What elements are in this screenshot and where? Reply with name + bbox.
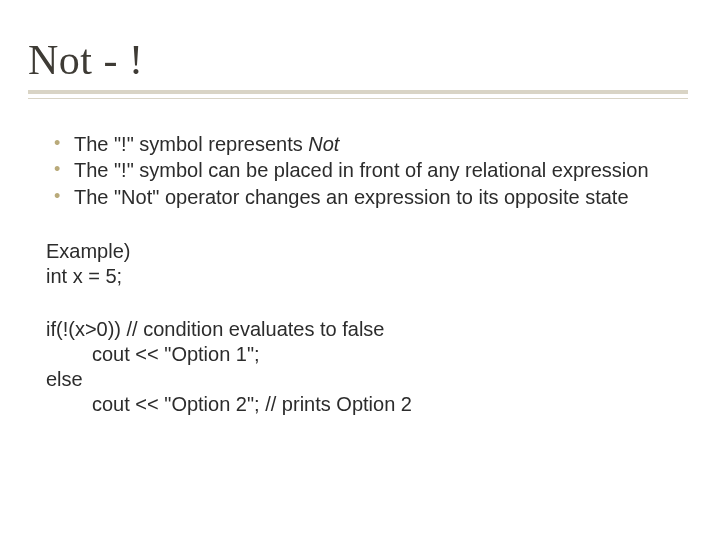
bullet-item: The "!" symbol represents Not [54, 132, 674, 156]
bullet-list: The "!" symbol represents Not The "!" sy… [54, 132, 674, 209]
slide-body: The "!" symbol represents Not The "!" sy… [46, 132, 674, 417]
code-else-line: else [46, 367, 674, 392]
code-if-body: cout << "Option 1"; [46, 342, 674, 367]
slide: { "title": "Not - !", "bullets": [ { "pr… [0, 0, 720, 540]
title-underline [28, 90, 688, 106]
bullet-text: The "!" symbol represents [74, 133, 308, 155]
code-if-line: if(!(x>0)) // condition evaluates to fal… [46, 317, 674, 342]
code-else-body: cout << "Option 2"; // prints Option 2 [46, 392, 674, 417]
code-block: if(!(x>0)) // condition evaluates to fal… [46, 317, 674, 417]
example-block: Example) int x = 5; [46, 239, 674, 289]
example-decl: int x = 5; [46, 264, 674, 289]
bullet-text: The "!" symbol can be placed in front of… [74, 159, 649, 181]
bullet-text: The "Not" operator changes an expression… [74, 186, 629, 208]
bullet-item: The "!" symbol can be placed in front of… [54, 158, 674, 182]
slide-title: Not - ! [28, 36, 674, 84]
example-label: Example) [46, 239, 674, 264]
bullet-item: The "Not" operator changes an expression… [54, 185, 674, 209]
bullet-em: Not [308, 133, 339, 155]
